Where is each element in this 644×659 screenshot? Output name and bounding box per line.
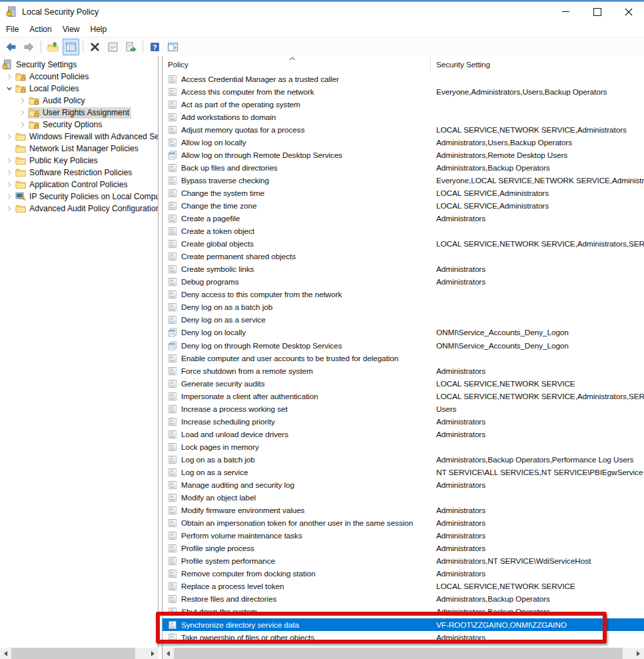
policy-row[interactable]: Add workstations to domain xyxy=(162,111,644,123)
security-setting-value: Administrators,Backup Operators xyxy=(431,594,644,604)
policy-row[interactable]: Manage auditing and security logAdminist… xyxy=(162,479,644,492)
policy-row[interactable]: Access Credential Manager as a trusted c… xyxy=(162,73,644,85)
policy-row[interactable]: Obtain an impersonation token for anothe… xyxy=(162,517,644,530)
folder-icon xyxy=(15,203,27,214)
scroll-right-icon[interactable] xyxy=(633,648,644,659)
policy-row[interactable]: Synchronize directory service dataVF-ROO… xyxy=(162,618,644,631)
chevron-right-icon[interactable] xyxy=(4,155,15,166)
policy-row[interactable]: Allow log on locallyAdministrators,Users… xyxy=(162,136,644,149)
policy-row[interactable]: Deny log on as a service xyxy=(162,314,644,327)
properties-button[interactable] xyxy=(105,39,121,55)
policy-row[interactable]: Force shutdown from a remote systemAdmin… xyxy=(162,364,644,377)
policy-row[interactable]: Deny log on as a batch job xyxy=(162,301,644,314)
policy-row[interactable]: Back up files and directoriesAdministrat… xyxy=(162,161,644,174)
scroll-left-icon[interactable] xyxy=(0,648,11,659)
menu-file[interactable]: File xyxy=(1,23,24,35)
policy-row[interactable]: Access this computer from the networkEve… xyxy=(162,85,644,98)
scroll-right-icon[interactable] xyxy=(147,648,159,659)
tree-item-local-policies[interactable]: Local Policies xyxy=(0,83,158,95)
policy-row[interactable]: Generate security auditsLOCAL SERVICE,NE… xyxy=(162,377,644,390)
scroll-left-icon[interactable] xyxy=(162,648,174,659)
policy-row[interactable]: Debug programsAdministrators xyxy=(162,276,644,289)
policy-row[interactable]: Perform volume maintenance tasksAdminist… xyxy=(162,530,644,542)
policy-row[interactable]: Lock pages in memory xyxy=(162,440,644,453)
policy-row[interactable]: Profile system performanceAdministrators… xyxy=(162,555,644,568)
column-header-security-setting[interactable]: Security Setting xyxy=(431,60,644,69)
chevron-down-icon[interactable] xyxy=(4,83,15,94)
policy-row[interactable]: Increase a process working setUsers xyxy=(162,402,644,415)
root-icon xyxy=(2,59,13,70)
policy-row[interactable]: Deny log on through Remote Desktop Servi… xyxy=(162,339,644,352)
policy-row[interactable]: Create permanent shared objects xyxy=(162,251,644,263)
export-list-button[interactable] xyxy=(123,39,139,55)
policy-row[interactable]: Create a token object xyxy=(162,225,644,238)
policy-row[interactable]: Modify an object label xyxy=(162,492,644,504)
tree-item-user-rights-assignment[interactable]: User Rights Assignment xyxy=(0,107,158,119)
policy-row[interactable]: Create global objectsLOCAL SERVICE,NETWO… xyxy=(162,238,644,251)
maximize-button[interactable] xyxy=(581,2,613,21)
tree-item-network-list-manager-policies[interactable]: Network List Manager Policies xyxy=(0,143,158,155)
chevron-right-icon[interactable] xyxy=(4,71,15,82)
tree-item-account-policies[interactable]: Account Policies xyxy=(0,71,158,83)
chevron-right-icon[interactable] xyxy=(17,95,28,106)
tree-item-security-settings[interactable]: Security Settings xyxy=(0,59,158,71)
back-button[interactable] xyxy=(3,39,19,55)
policy-row[interactable]: Enable computer and user accounts to be … xyxy=(162,352,644,364)
policy-row[interactable]: Impersonate a client after authenticatio… xyxy=(162,390,644,402)
minimize-button[interactable] xyxy=(550,2,581,21)
list-horizontal-scrollbar[interactable] xyxy=(162,648,644,659)
policy-row[interactable]: Replace a process level tokenLOCAL SERVI… xyxy=(162,580,644,593)
policy-row[interactable]: Bypass traverse checkingEveryone,LOCAL S… xyxy=(162,174,644,187)
help-button[interactable] xyxy=(147,39,163,55)
forward-button[interactable] xyxy=(21,39,37,55)
tree-item-audit-policy[interactable]: Audit Policy xyxy=(0,95,158,107)
policy-row[interactable]: Increase scheduling priorityAdministrato… xyxy=(162,415,644,428)
policy-row[interactable]: Change the time zoneLOCAL SERVICE,Admini… xyxy=(162,199,644,212)
console-tree-button[interactable] xyxy=(63,39,79,55)
chevron-right-icon[interactable] xyxy=(4,131,15,142)
chevron-right-icon[interactable] xyxy=(17,119,28,130)
policy-row[interactable]: Profile single processAdministrators xyxy=(162,542,644,555)
tree-item-public-key-policies[interactable]: Public Key Policies xyxy=(0,155,158,167)
menu-view[interactable]: View xyxy=(57,23,85,35)
chevron-right-icon[interactable] xyxy=(4,203,15,214)
tree-item-advanced-audit-policy-configuration[interactable]: Advanced Audit Policy Configuration xyxy=(0,203,158,215)
tree-scrollbar-thumb[interactable] xyxy=(11,648,135,659)
policy-row[interactable]: Log on as a batch jobAdministrators,Back… xyxy=(162,453,644,466)
policy-row[interactable]: Modify firmware environment valuesAdmini… xyxy=(162,504,644,517)
menu-help[interactable]: Help xyxy=(85,23,113,35)
tree-item-ip-security-policies-on-local-computer[interactable]: IP Security Policies on Local Computer xyxy=(0,191,158,203)
tree-item-application-control-policies[interactable]: Application Control Policies xyxy=(0,179,158,191)
policy-row[interactable]: Deny log on locallyONMI\Service_Accounts… xyxy=(162,327,644,339)
action-pane-button[interactable] xyxy=(164,39,181,55)
policy-row[interactable]: Adjust memory quotas for a processLOCAL … xyxy=(162,123,644,136)
policy-row[interactable]: Restore files and directoriesAdministrat… xyxy=(162,593,644,606)
policy-row[interactable]: Create symbolic linksAdministrators xyxy=(162,263,644,276)
chevron-right-icon[interactable] xyxy=(4,179,15,190)
up-level-button[interactable] xyxy=(45,39,61,55)
policy-row[interactable]: Change the system timeLOCAL SERVICE,Admi… xyxy=(162,187,644,199)
policy-row[interactable]: Shut down the systemAdministrators,Backu… xyxy=(162,606,644,618)
policy-row[interactable]: Allow log on through Remote Desktop Serv… xyxy=(162,149,644,161)
policy-row[interactable]: Load and unload device driversAdministra… xyxy=(162,428,644,440)
chevron-right-icon[interactable] xyxy=(4,167,15,178)
column-header-policy[interactable]: Policy xyxy=(162,56,431,73)
policy-row[interactable]: Act as part of the operating system xyxy=(162,98,644,111)
close-button[interactable] xyxy=(613,2,644,21)
tree-item-software-restriction-policies[interactable]: Software Restriction Policies xyxy=(0,167,158,179)
policy-row[interactable]: Remove computer from docking stationAdmi… xyxy=(162,568,644,580)
menu-action[interactable]: Action xyxy=(24,23,57,35)
delete-button[interactable] xyxy=(87,39,103,55)
policy-row[interactable]: Create a pagefileAdministrators xyxy=(162,213,644,225)
policy-row[interactable]: Log on as a serviceNT SERVICE\ALL SERVIC… xyxy=(162,466,644,478)
chevron-right-icon[interactable] xyxy=(17,107,28,118)
policy-row[interactable]: Deny access to this computer from the ne… xyxy=(162,289,644,301)
tree-item-security-options[interactable]: Security Options xyxy=(0,119,158,131)
policy-icon xyxy=(168,620,177,630)
tree-horizontal-scrollbar[interactable] xyxy=(0,648,159,659)
list-scrollbar-thumb[interactable] xyxy=(174,648,623,659)
chevron-right-icon[interactable] xyxy=(4,191,15,202)
policy-row[interactable]: Take ownership of files or other objects… xyxy=(162,631,644,644)
action-pane-icon xyxy=(167,41,178,53)
tree-item-windows-firewall-with-advanced-security[interactable]: Windows Firewall with Advanced Security xyxy=(0,131,158,143)
